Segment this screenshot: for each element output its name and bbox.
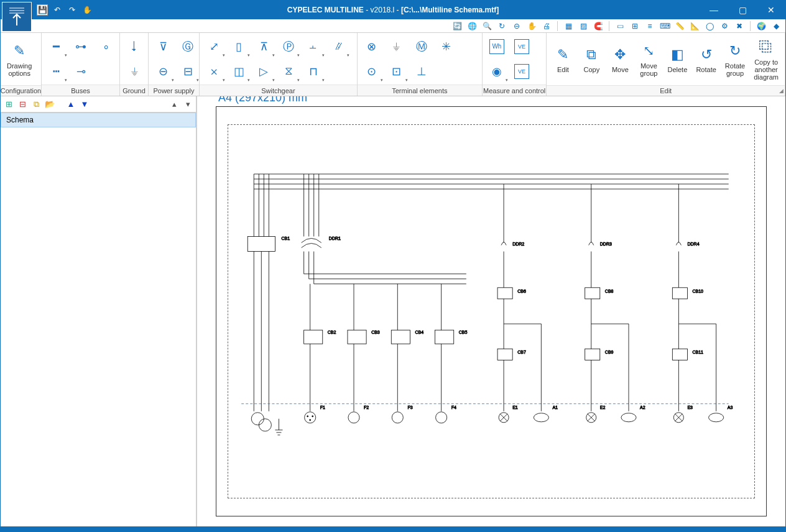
pattern-icon[interactable]: ▨ <box>578 21 589 32</box>
switch-icon[interactable]: ⤢▾ <box>202 35 226 58</box>
svg-text:DDR3: DDR3 <box>600 242 612 246</box>
help-globe-icon[interactable]: 🌍 <box>756 21 767 32</box>
duplicate-button[interactable]: ⧉ <box>30 99 42 110</box>
add-item-button[interactable]: ⊞ <box>3 99 14 110</box>
svg-text:F4: F4 <box>451 405 456 410</box>
group-expander-icon[interactable]: ◢ <box>779 88 784 94</box>
ground-t-icon[interactable]: ⏚ <box>385 35 409 58</box>
move-up-button[interactable]: ▲ <box>65 99 76 110</box>
ground-earth-icon[interactable]: ⏚ <box>123 60 146 83</box>
undo-button[interactable]: ↶ <box>52 4 63 16</box>
minimize-button[interactable]: — <box>700 1 728 19</box>
transformer-icon[interactable]: ⊖▾ <box>151 60 175 83</box>
move-button[interactable]: ✥Move <box>606 34 634 84</box>
lamp-icon[interactable]: ⊗ <box>360 35 384 58</box>
breaker-sw-icon[interactable]: ⨉▾ <box>202 60 226 83</box>
rotate-group-button[interactable]: ↻Rotate group <box>721 34 749 84</box>
group-label: Switchgear <box>200 85 357 96</box>
svg-point-9 <box>307 416 308 417</box>
battery-icon[interactable]: ⊟▾ <box>176 60 200 83</box>
move-down-button[interactable]: ▼ <box>79 99 90 110</box>
contact-icon[interactable]: ⊼▾ <box>252 35 275 58</box>
copy-button[interactable]: ⧉Copy <box>578 34 605 84</box>
delete-button[interactable]: ◧Delete <box>663 34 691 84</box>
delete-tool-icon[interactable]: ✖ <box>734 21 745 32</box>
side-panel: ⊞ ⊟ ⧉ 📂 ▲ ▼ ▴ ▾ Schema <box>1 96 197 526</box>
antenna-icon[interactable]: ⊽ <box>151 35 175 58</box>
spare2-icon[interactable] <box>435 60 458 83</box>
pan-icon[interactable]: ✋ <box>526 21 537 32</box>
collapse-up-button[interactable]: ▴ <box>169 99 180 110</box>
tree-list[interactable]: Schema <box>1 112 196 526</box>
globe-refresh-icon[interactable]: 🔄 <box>451 21 463 32</box>
side-toolbar: ⊞ ⊟ ⧉ 📂 ▲ ▼ ▴ ▾ <box>1 96 196 112</box>
layers-icon[interactable]: ≡ <box>644 21 655 32</box>
bus-empty-icon[interactable] <box>94 60 118 83</box>
zoom-window-icon[interactable]: 🔍 <box>481 21 492 32</box>
thermal-icon[interactable]: ⫠▾ <box>302 35 325 58</box>
meter-wh-icon[interactable]: Wh <box>489 39 504 54</box>
rect-icon[interactable]: ▭ <box>614 21 626 32</box>
angle-icon[interactable]: 📐 <box>689 21 700 32</box>
heater-icon[interactable]: ✳ <box>435 35 458 58</box>
edit-button[interactable]: ✎Edit <box>549 34 576 84</box>
redo-button[interactable]: ↷ <box>67 4 78 16</box>
fuse2-icon[interactable]: ◫▾ <box>227 60 251 83</box>
terminal-icon[interactable]: ⊥ <box>410 60 433 83</box>
globe-icon[interactable]: 🌐 <box>466 21 478 32</box>
ribbon-group-measure: Wh ◉▾ VE VE Measure and control <box>483 33 547 96</box>
magnet-icon[interactable]: 🧲 <box>593 21 604 32</box>
svg-rect-28 <box>497 349 512 360</box>
copy-to-diagram-button[interactable]: ⿻Copy to another diagram <box>750 34 782 84</box>
bus-point-icon[interactable]: ∘ <box>94 35 118 58</box>
bus-branch-icon[interactable]: ⊸ <box>69 60 93 83</box>
capacitor-icon[interactable]: ⫽▾ <box>326 35 350 58</box>
hand-tool-button[interactable]: ✋ <box>81 4 93 16</box>
timer-icon[interactable]: ⧖▾ <box>277 60 300 83</box>
refresh-icon[interactable]: ↻ <box>496 21 507 32</box>
delete-item-button[interactable]: ⊟ <box>17 99 28 110</box>
bus-line-icon[interactable]: ━▾ <box>44 35 68 58</box>
svg-point-32 <box>534 413 548 422</box>
move-group-button[interactable]: ⤡Move group <box>635 34 662 84</box>
rotate-button[interactable]: ↺Rotate <box>692 34 719 84</box>
fuse-icon[interactable]: ▯▾ <box>227 35 251 58</box>
generator-icon[interactable]: Ⓖ <box>176 35 200 58</box>
contactor-icon[interactable]: ⊓▾ <box>302 60 325 83</box>
canvas[interactable]: CB1 DDR1 CB2 <box>197 96 785 526</box>
circle-tool-icon[interactable]: ◯ <box>704 21 715 32</box>
save-button[interactable]: 💾 <box>37 4 48 16</box>
spare-icon[interactable] <box>326 60 350 83</box>
close-button[interactable]: ✕ <box>757 1 785 19</box>
socket-icon[interactable]: ⊡▾ <box>385 60 409 83</box>
svg-text:A2: A2 <box>640 405 645 410</box>
open-button[interactable]: 📂 <box>44 99 55 110</box>
ground-arrow-icon[interactable]: ⭣ <box>123 35 146 58</box>
motor-icon[interactable]: Ⓜ <box>410 35 433 58</box>
snap-icon[interactable]: ▦ <box>563 21 574 32</box>
measure-icon[interactable]: 📏 <box>674 21 685 32</box>
indicator-icon[interactable]: ◉▾ <box>485 60 509 83</box>
bus-dotted-icon[interactable]: ┅▾ <box>44 60 68 83</box>
ribbon-group-ground: ⭣ ⏚ Ground <box>120 33 149 96</box>
svg-text:CB3: CB3 <box>371 330 380 334</box>
grid-icon[interactable]: ⊞ <box>629 21 640 32</box>
zoom-out-icon[interactable]: ⊖ <box>511 21 522 32</box>
tree-item-schema[interactable]: Schema <box>1 112 196 127</box>
relay-p-icon[interactable]: Ⓟ▾ <box>277 35 300 58</box>
maximize-button[interactable]: ▢ <box>728 1 757 19</box>
svg-rect-35 <box>585 288 600 299</box>
keyboard-icon[interactable]: ⌨ <box>659 21 670 32</box>
settings-icon[interactable]: ⚙ <box>719 21 730 32</box>
meter-ve-icon[interactable]: VE <box>514 39 529 54</box>
bus-node-icon[interactable]: ⊶ <box>69 35 93 58</box>
meter-ve2-icon[interactable]: VE <box>514 64 529 79</box>
svg-rect-17 <box>391 330 410 344</box>
socket-dots-icon[interactable]: ⊙▾ <box>360 60 384 83</box>
collapse-down-button[interactable]: ▾ <box>182 99 193 110</box>
help-icon[interactable]: ◆ <box>770 21 782 32</box>
drawing-options-button[interactable]: ✎ Drawing options <box>3 34 35 84</box>
diode-icon[interactable]: ▷▾ <box>252 60 275 83</box>
print-icon[interactable]: 🖨 <box>541 21 552 32</box>
svg-rect-46 <box>672 349 687 360</box>
